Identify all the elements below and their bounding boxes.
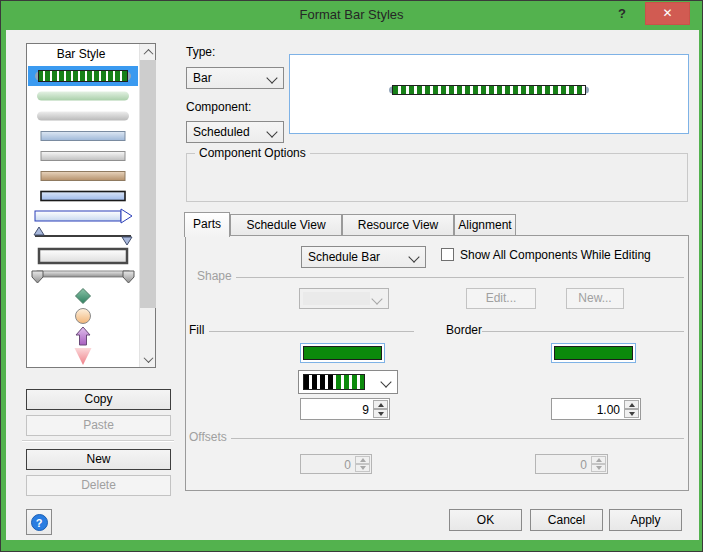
- copy-button[interactable]: Copy: [26, 389, 171, 410]
- fill-section-divider: [209, 331, 414, 332]
- chevron-down-icon: [380, 376, 391, 387]
- bar-style-blue[interactable]: [28, 126, 138, 146]
- chevron-down-icon: [408, 251, 419, 262]
- component-label: Component:: [186, 100, 251, 114]
- component-combobox[interactable]: Scheduled: [186, 121, 284, 143]
- bar-style-list-header: Bar Style: [27, 47, 135, 61]
- new-style-button[interactable]: New: [26, 449, 171, 470]
- border-size-spinner[interactable]: 1.00: [551, 398, 641, 420]
- offsets-horizontal-value: 0: [580, 458, 587, 472]
- bar-style-scheduled-striped[interactable]: [28, 66, 138, 86]
- tab-schedule-view-labels[interactable]: Schedule View Labels: [230, 214, 342, 236]
- pattern-swatch-image: [303, 374, 365, 390]
- ok-button[interactable]: OK: [449, 509, 522, 531]
- border-size-value: 1.00: [597, 403, 620, 417]
- help-button[interactable]: ?: [26, 509, 52, 535]
- component-value: Scheduled: [193, 125, 250, 139]
- bar-style-line-with-triangles[interactable]: [28, 226, 138, 246]
- offsets-section-label: Offsets: [189, 430, 227, 444]
- offsets-vertical-spinner: 0: [300, 454, 372, 474]
- list-scrollbar[interactable]: [139, 44, 155, 367]
- offsets-section-divider: [231, 438, 684, 439]
- border-color-swatch[interactable]: [551, 343, 636, 363]
- tab-parts[interactable]: Parts: [184, 212, 230, 237]
- type-label: Type:: [186, 45, 215, 59]
- fill-section-label: Fill: [189, 323, 204, 337]
- spin-up-icon: [355, 456, 370, 464]
- spin-up-icon[interactable]: [624, 400, 639, 409]
- bar-style-items: [28, 66, 138, 366]
- component-options-group: Component Options: [186, 153, 688, 202]
- shape-new-button: New...: [566, 288, 624, 309]
- cancel-button[interactable]: Cancel: [530, 509, 603, 531]
- dialog-title: Format Bar Styles: [1, 7, 702, 22]
- bar-style-white-thick-border[interactable]: [28, 246, 138, 266]
- shape-edit-button: Edit...: [466, 288, 536, 309]
- spin-down-icon: [591, 464, 606, 472]
- spin-down-icon[interactable]: [624, 409, 639, 418]
- scroll-down-icon[interactable]: [140, 351, 156, 367]
- tab-alignment[interactable]: Alignment: [454, 214, 516, 236]
- fill-size-value: 9: [362, 403, 369, 417]
- component-options-label: Component Options: [195, 146, 310, 160]
- shape-section-label: Shape: [197, 269, 232, 283]
- part-to-edit-value: Schedule Bar: [308, 250, 380, 264]
- bar-style-rounded-gray[interactable]: [28, 106, 138, 126]
- side-buttons-divider: [22, 440, 174, 441]
- type-value: Bar: [193, 71, 212, 85]
- shape-select-combobox: [299, 288, 389, 309]
- help-icon: ?: [31, 514, 48, 531]
- scrollbar-thumb[interactable]: [140, 60, 156, 308]
- apply-button[interactable]: Apply: [609, 509, 682, 531]
- format-bar-styles-dialog: Format Bar Styles ? ✕ Bar Style Copy Pas…: [0, 0, 703, 552]
- parts-tab-panel: [185, 235, 689, 491]
- part-to-edit-combobox[interactable]: Schedule Bar: [301, 246, 426, 268]
- bar-style-pentagon-ends[interactable]: [28, 266, 138, 286]
- shape-section-divider: [236, 277, 684, 278]
- spin-down-icon: [355, 464, 370, 472]
- bar-preview-panel: [289, 54, 689, 134]
- spin-up-icon: [591, 456, 606, 464]
- bar-style-triangle-down[interactable]: [28, 346, 138, 366]
- bar-style-circle[interactable]: [28, 306, 138, 326]
- preview-bar-image: [389, 85, 589, 95]
- paste-button: Paste: [26, 415, 171, 436]
- type-combobox[interactable]: Bar: [186, 67, 284, 89]
- offsets-horizontal-spinner: 0: [535, 454, 608, 474]
- chevron-down-icon: [266, 126, 277, 137]
- border-section-label: Border: [446, 323, 482, 337]
- bar-style-arrow-right[interactable]: [28, 206, 138, 226]
- scroll-up-icon[interactable]: [140, 44, 156, 60]
- spin-up-icon[interactable]: [373, 400, 388, 409]
- fill-color-swatch[interactable]: [300, 343, 385, 363]
- fill-pattern-combobox[interactable]: [298, 370, 398, 394]
- bar-style-tan[interactable]: [28, 166, 138, 186]
- offsets-vertical-value: 0: [344, 458, 351, 472]
- delete-button: Delete: [26, 475, 171, 496]
- bar-style-arrow-up[interactable]: [28, 326, 138, 346]
- bar-style-silver[interactable]: [28, 146, 138, 166]
- border-section-divider: [482, 331, 684, 332]
- show-all-components-checkbox[interactable]: [441, 248, 454, 261]
- tab-resource-view-labels[interactable]: Resource View Labels: [342, 214, 454, 236]
- close-icon[interactable]: ✕: [645, 2, 690, 25]
- fill-size-spinner[interactable]: 9: [300, 398, 390, 420]
- title-bar[interactable]: Format Bar Styles ? ✕: [1, 1, 702, 30]
- show-all-components-label: Show All Components While Editing: [460, 248, 651, 262]
- bar-style-diamond[interactable]: [28, 286, 138, 306]
- bar-style-blue-outlined[interactable]: [28, 186, 138, 206]
- titlebar-help-icon[interactable]: ?: [614, 6, 630, 21]
- chevron-down-icon: [266, 72, 277, 83]
- bar-style-listbox[interactable]: Bar Style: [26, 43, 156, 368]
- bar-style-rounded-green[interactable]: [28, 86, 138, 106]
- dialog-body: Bar Style Copy Paste New Delete Type: Ba…: [6, 30, 699, 540]
- spin-down-icon[interactable]: [373, 409, 388, 418]
- chevron-down-icon: [371, 293, 382, 304]
